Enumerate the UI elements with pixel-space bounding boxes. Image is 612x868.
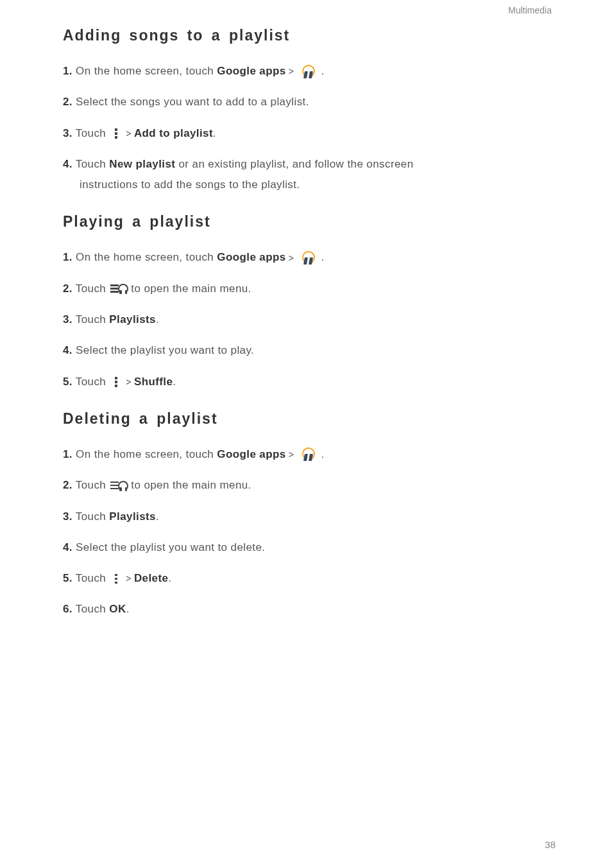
step-number: 3. (63, 510, 72, 523)
step-tail: . (213, 127, 216, 139)
step-tail: . (173, 376, 176, 388)
heading-playing-playlist: Playing a playlist (63, 213, 554, 230)
step-number: 1. (63, 251, 72, 263)
more-icon (112, 376, 121, 388)
step-number: 3. (63, 127, 72, 139)
step-number: 4. (63, 541, 72, 553)
step-text: Touch (76, 127, 110, 139)
steps-deleting: 1. On the home screen, touch Google apps… (63, 444, 554, 620)
step: 1. On the home screen, touch Google apps… (63, 247, 554, 268)
step-number: 2. (63, 282, 72, 295)
step-text: Select the songs you want to add to a pl… (76, 96, 309, 108)
bold-text: OK (109, 603, 126, 615)
headphones-icon (301, 447, 316, 462)
step-text: Select the playlist you want to delete. (76, 541, 265, 553)
step-text: Select the playlist you want to play. (76, 344, 254, 356)
step-text: Touch (76, 313, 110, 326)
step: 4. Select the playlist you want to delet… (63, 537, 554, 558)
step-text: On the home screen, touch (76, 251, 217, 263)
step-text: Touch (76, 572, 110, 584)
step-number: 1. (63, 448, 72, 460)
heading-deleting-playlist: Deleting a playlist (63, 410, 554, 428)
step-number: 3. (63, 313, 72, 326)
step-text: Touch (76, 376, 110, 388)
bold-text: Shuffle (134, 376, 173, 388)
chevron-right-icon: > (289, 250, 294, 267)
heading-adding-songs: Adding songs to a playlist (63, 27, 554, 44)
step: 3. Touch Playlists. (63, 309, 554, 330)
step-text: Touch (76, 282, 110, 295)
step: 1. On the home screen, touch Google apps… (63, 61, 554, 82)
step-tail: . (126, 603, 130, 615)
bold-text: Google apps (217, 65, 285, 77)
step-number: 2. (63, 479, 72, 491)
step-tail: . (318, 65, 324, 77)
step-text: to open the main menu. (131, 282, 251, 295)
step-text: Touch (76, 603, 110, 615)
step-text: On the home screen, touch (76, 448, 217, 460)
chevron-right-icon: > (126, 374, 132, 391)
bold-text: Add to playlist (134, 127, 213, 139)
step-tail: . (168, 572, 171, 584)
step-number: 1. (63, 65, 72, 77)
chevron-right-icon: > (289, 63, 294, 80)
headphones-icon (301, 65, 316, 79)
step: 2. Touch to open the main menu. (63, 279, 554, 299)
header-category: Multimedia (63, 5, 554, 15)
step: 2. Select the songs you want to add to a… (63, 92, 554, 112)
more-icon (112, 573, 121, 585)
bold-text: Delete (134, 572, 168, 584)
step-tail: . (318, 448, 324, 460)
bold-text: Playlists (109, 313, 156, 326)
step-tail: . (156, 510, 159, 523)
step: 6. Touch OK. (63, 599, 554, 620)
chevron-right-icon: > (126, 125, 132, 143)
chevron-right-icon: > (289, 446, 294, 464)
step-tail: . (318, 251, 324, 263)
menu-headphones-icon (110, 282, 130, 295)
step-text: Touch (76, 479, 110, 491)
steps-playing: 1. On the home screen, touch Google apps… (63, 247, 554, 392)
menu-headphones-icon (110, 480, 130, 492)
bold-text: Google apps (217, 448, 285, 460)
headphones-icon (301, 251, 316, 265)
page-number: 38 (545, 839, 556, 850)
steps-adding: 1. On the home screen, touch Google apps… (63, 61, 554, 195)
step: 2. Touch to open the main menu. (63, 475, 554, 496)
step: 3. Touch Playlists. (63, 507, 554, 527)
step-text: Touch (76, 510, 110, 523)
step-number: 4. (63, 158, 72, 170)
step-text: to open the main menu. (131, 479, 251, 491)
step: 4. Touch New playlist or an existing pla… (63, 154, 554, 196)
bold-text: New playlist (109, 158, 175, 170)
step-number: 5. (63, 572, 72, 584)
bold-text: Google apps (217, 251, 285, 263)
step-text: Touch (76, 158, 110, 170)
step-continuation: instructions to add the songs to the pla… (80, 175, 554, 195)
step-number: 6. (63, 603, 72, 615)
step-tail: . (156, 313, 159, 326)
step: 1. On the home screen, touch Google apps… (63, 444, 554, 465)
step: 5. Touch >Shuffle. (63, 372, 554, 392)
chevron-right-icon: > (126, 570, 132, 587)
step-text: or an existing playlist, and follow the … (175, 158, 413, 170)
step-number: 2. (63, 96, 72, 108)
step-number: 5. (63, 376, 72, 388)
step: 4. Select the playlist you want to play. (63, 340, 554, 361)
step-number: 4. (63, 344, 72, 356)
step: 5. Touch >Delete. (63, 568, 554, 589)
step: 3. Touch >Add to playlist. (63, 123, 554, 144)
bold-text: Playlists (109, 510, 156, 523)
step-text: On the home screen, touch (76, 65, 217, 77)
more-icon (112, 128, 121, 139)
